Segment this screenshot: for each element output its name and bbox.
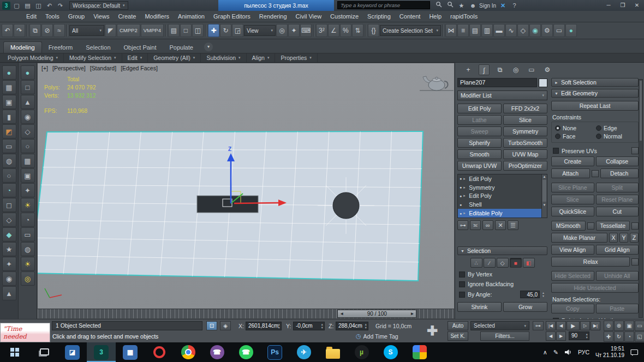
preserve-uvs-checkbox[interactable] bbox=[553, 148, 559, 154]
menu-scripting[interactable]: Scripting bbox=[363, 11, 395, 22]
box-primitive-icon[interactable]: ◻ bbox=[2, 198, 16, 212]
tray-expand-icon[interactable]: ∧ bbox=[543, 349, 547, 356]
ribbon-panel-properties[interactable]: Properties▾ bbox=[275, 53, 317, 62]
viewport-standard-menu[interactable]: [Standard] bbox=[90, 65, 116, 71]
relax-settings-icon[interactable] bbox=[631, 258, 639, 266]
taskbar-photoshop-app[interactable]: Ps bbox=[260, 342, 289, 362]
stack-item-edit-poly[interactable]: ●▸Edit Poly bbox=[458, 192, 541, 201]
auto-key-button[interactable]: Auto bbox=[448, 321, 468, 330]
y-coordinate-field[interactable]: -0,0cm▲▼ bbox=[293, 322, 325, 330]
stack-item-symmetry[interactable]: ●▸Symmetry bbox=[458, 183, 541, 192]
target-object-icon[interactable]: ◉ bbox=[2, 272, 16, 286]
menu-civil-view[interactable]: Civil View bbox=[291, 11, 326, 22]
stack-item-edit-poly[interactable]: ●▸Edit Poly bbox=[458, 174, 541, 183]
modifier-button-uvw-map[interactable]: UVW Map bbox=[503, 149, 547, 159]
material-editor-icon[interactable]: ◉ bbox=[529, 24, 541, 37]
ribbon-tab-freeform[interactable]: Freeform bbox=[42, 42, 80, 53]
cut-button[interactable]: Cut bbox=[596, 207, 639, 216]
bind-to-space-warp-icon[interactable]: ≈ bbox=[53, 24, 65, 37]
menu-customize[interactable]: Customize bbox=[326, 11, 363, 22]
curve-editor-icon[interactable]: ∿ bbox=[505, 24, 517, 37]
ignore-backfacing-checkbox[interactable] bbox=[459, 281, 465, 287]
snap-marker-icon[interactable]: ✦ bbox=[2, 257, 16, 271]
attach-button[interactable]: Attach bbox=[551, 168, 590, 178]
layer-explorer-icon[interactable]: ▥ bbox=[481, 24, 493, 37]
ribbon-panel-edit[interactable]: Edit▾ bbox=[122, 53, 148, 62]
create-tab[interactable]: + bbox=[463, 64, 474, 75]
redo-icon[interactable]: ↷ bbox=[56, 1, 65, 10]
task-view-button[interactable] bbox=[29, 342, 58, 362]
view-align-button[interactable]: View Align bbox=[551, 245, 594, 255]
go-to-end-button[interactable]: ▶| bbox=[591, 321, 600, 330]
select-and-scale-icon[interactable]: ◲ bbox=[232, 24, 243, 37]
hide-unselected-button[interactable]: Hide Unselected bbox=[551, 283, 639, 293]
cone-primitive-icon[interactable]: ▲ bbox=[21, 95, 35, 109]
help-icon[interactable]: ? bbox=[510, 1, 519, 10]
viewport-general-menu[interactable]: [+] bbox=[41, 65, 48, 71]
ribbon-tab-object-paint[interactable]: Object Paint bbox=[117, 42, 163, 53]
polygon-subobject-icon[interactable]: ■ bbox=[510, 258, 522, 268]
torus-primitive-icon[interactable]: ○ bbox=[21, 139, 35, 153]
teapot-primitive-icon[interactable]: ◔ bbox=[2, 183, 16, 197]
rectangular-selection-region-icon[interactable]: □ bbox=[180, 24, 192, 37]
select-and-move-icon[interactable]: ✚ bbox=[208, 24, 219, 37]
make-planar-button[interactable]: Make Planar bbox=[551, 233, 607, 243]
play-animation-button[interactable]: ▶ bbox=[567, 321, 580, 330]
taskbar-skype-app[interactable]: S bbox=[376, 342, 405, 362]
sun-light-icon[interactable]: ☀ bbox=[21, 257, 35, 271]
slice-button[interactable]: Slice bbox=[551, 195, 594, 204]
next-key-button[interactable]: ▶ bbox=[556, 331, 566, 341]
unlink-selection-icon[interactable]: ⊘ bbox=[41, 24, 53, 37]
workspace-dropdown[interactable]: Workspace: Default ▾ bbox=[69, 1, 128, 10]
attach-settings-icon[interactable] bbox=[592, 170, 599, 177]
go-to-start-button[interactable]: |◀ bbox=[546, 321, 556, 330]
taskbar-utorrent-app[interactable]: µ bbox=[347, 342, 376, 362]
shrink-button[interactable]: Shrink bbox=[457, 302, 502, 312]
set-key-mode-button[interactable]: Set K. bbox=[448, 331, 468, 341]
menu-modifiers[interactable]: Modifiers bbox=[140, 11, 174, 22]
star-helper-icon[interactable]: ✦ bbox=[21, 183, 35, 197]
camera-object-icon[interactable]: ◉ bbox=[21, 110, 35, 124]
viewport-shading-menu[interactable]: [Edged Faces] bbox=[121, 65, 158, 71]
star-shape-icon[interactable]: ★ bbox=[2, 242, 16, 256]
relax-button[interactable]: Relax bbox=[551, 257, 630, 267]
display-box-icon[interactable]: ▣ bbox=[21, 168, 35, 183]
modifier-visibility-icon[interactable]: ● bbox=[460, 212, 462, 215]
modifier-button-prooptimizer[interactable]: ProOptimizer bbox=[503, 161, 547, 171]
taskbar-3dsmax-app[interactable]: 3 bbox=[87, 342, 116, 362]
taskbar-photos-app[interactable]: ◪ bbox=[58, 342, 87, 362]
rendered-frame-window-icon[interactable]: ▭ bbox=[553, 24, 565, 37]
copy-button[interactable]: Copy bbox=[551, 304, 594, 313]
key-filter-dropdown[interactable]: Selected ▾ bbox=[470, 321, 529, 330]
viewport-pov-menu[interactable]: [Perspective] bbox=[52, 65, 86, 71]
constraint-normal-radio[interactable] bbox=[596, 134, 601, 139]
soft-selection-rollout-header[interactable]: ► Soft Selection bbox=[551, 78, 639, 87]
modifier-button-ffd-2x2x2[interactable]: FFD 2x2x2 bbox=[503, 104, 547, 113]
menu-graph-editors[interactable]: Graph Editors bbox=[209, 11, 255, 22]
menu-rapidtools[interactable]: rapidTools bbox=[446, 11, 482, 22]
schematic-view-icon[interactable]: ◇ bbox=[517, 24, 529, 37]
modifier-button-lathe[interactable]: Lathe bbox=[457, 115, 502, 125]
selection-rollout-header[interactable]: ▼ Selection bbox=[457, 246, 547, 255]
show-end-result-icon[interactable]: ≍ bbox=[470, 220, 481, 230]
key-filters-button[interactable]: Filters... bbox=[480, 331, 529, 341]
next-frame-button[interactable]: ▷ bbox=[580, 321, 590, 330]
pyramid-primitive-icon[interactable]: ▲ bbox=[2, 286, 16, 300]
menu-content[interactable]: Content bbox=[395, 11, 425, 22]
absolute-offset-mode-icon[interactable]: ◈ bbox=[220, 321, 231, 330]
modifier-button-slice[interactable]: Slice bbox=[503, 115, 547, 125]
msmooth-settings-icon[interactable] bbox=[587, 222, 594, 230]
taskbar-media-app[interactable] bbox=[405, 342, 434, 362]
search-options-icon[interactable] bbox=[445, 1, 455, 10]
material-preset-icon[interactable]: ◩ bbox=[2, 124, 16, 138]
collapse-button[interactable]: Collapse bbox=[596, 156, 639, 166]
split-button[interactable]: Split bbox=[596, 183, 639, 192]
align-icon[interactable]: ≡ bbox=[457, 24, 469, 37]
open-file-icon[interactable]: ▤ bbox=[23, 1, 32, 10]
modifier-visibility-icon[interactable]: ● bbox=[460, 203, 462, 207]
bulb-light-icon[interactable]: ◎ bbox=[21, 272, 35, 286]
circle-shape-icon[interactable]: ○ bbox=[2, 168, 16, 183]
ribbon-panel-subdivision[interactable]: Subdivision▾ bbox=[201, 53, 246, 62]
unhide-all-button[interactable]: Unhide All bbox=[596, 271, 639, 281]
menu-group[interactable]: Group bbox=[64, 11, 90, 22]
